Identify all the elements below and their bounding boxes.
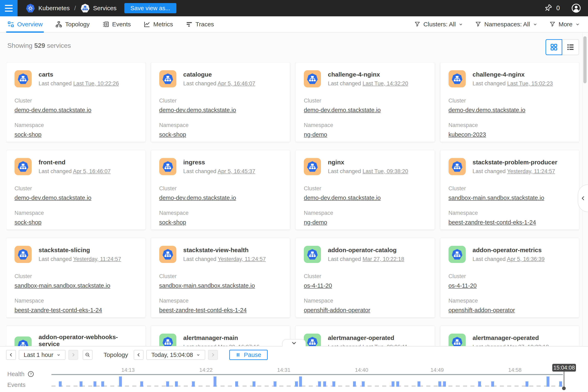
namespace-label: Namespace: [448, 210, 571, 216]
namespace-label: Namespace: [304, 210, 426, 216]
breadcrumb-view[interactable]: Services: [80, 4, 116, 13]
zoom-out-button[interactable]: [83, 350, 92, 360]
last-changed-link[interactable]: Mar 27, 10:22:18: [362, 256, 404, 262]
namespace-link[interactable]: beest-zandre-test-contd-eks-1-24: [159, 307, 247, 314]
last-changed-link[interactable]: Last Tue, 15:02:23: [507, 80, 553, 86]
cluster-label: Cluster: [448, 98, 571, 104]
namespace-link[interactable]: sock-shop: [14, 219, 42, 226]
cluster-link[interactable]: demo-dev.demo.stackstate.io: [159, 107, 236, 114]
last-changed-link[interactable]: Last Tue, 09:06:11: [362, 344, 408, 346]
service-card[interactable]: addon-operator-catalog Last changed Mar …: [296, 238, 435, 318]
scrollbar-thumb[interactable]: [583, 36, 586, 83]
cluster-link[interactable]: sandbox-main.sandbox.stackstate.io: [14, 282, 110, 289]
last-changed-link[interactable]: Apr 5, 16:46:07: [73, 168, 111, 174]
service-card[interactable]: addon-operator-metrics Last changed Apr …: [440, 238, 580, 318]
list-view-button[interactable]: [562, 39, 579, 55]
service-name: alertmanager-operated: [473, 334, 549, 341]
tab-topology[interactable]: Topology: [55, 16, 90, 32]
namespace-link[interactable]: sock-shop: [159, 219, 186, 226]
last-changed-link[interactable]: Apr 5, 16:45:37: [218, 168, 256, 174]
service-card[interactable]: nginx Last changed Last Tue, 09:38:20 Cl…: [296, 150, 435, 230]
namespace-link[interactable]: openshift-addon-operator: [304, 307, 370, 314]
cluster-link[interactable]: demo-dev.demo.stackstate.io: [448, 107, 526, 114]
tab-overview[interactable]: Overview: [7, 16, 43, 32]
range-back-button[interactable]: [6, 350, 16, 360]
time-forward-button[interactable]: [208, 350, 218, 360]
cluster-link[interactable]: os-4-11-20: [304, 282, 332, 289]
service-card[interactable]: stackstate-slicing Last changed Yesterda…: [6, 238, 146, 318]
namespace-link[interactable]: kubecon-2023: [448, 131, 486, 138]
pause-button[interactable]: Pause: [229, 350, 268, 360]
services-grid: carts Last changed Last Tue, 10:22:26 Cl…: [6, 62, 580, 346]
last-changed-link[interactable]: Apr 5, 16:36:39: [507, 256, 545, 262]
cluster-link[interactable]: demo-dev.demo.stackstate.io: [14, 194, 92, 201]
last-changed-link[interactable]: Last Tue, 09:38:20: [362, 168, 408, 174]
health-row-label: Health ?: [7, 370, 34, 378]
clusters-filter[interactable]: Clusters: All: [414, 21, 463, 28]
event-bar: [362, 382, 365, 387]
service-card[interactable]: carts Last changed Last Tue, 10:22:26 Cl…: [6, 62, 146, 142]
service-card[interactable]: catalogue Last changed Apr 5, 16:46:07 C…: [151, 62, 290, 142]
time-tick-label: 14:58: [508, 367, 522, 373]
service-card[interactable]: stackstate-view-health Last changed Yest…: [151, 238, 290, 318]
cluster-link[interactable]: sandbox-main.sandbox.stackstate.io: [448, 194, 544, 201]
last-changed-link[interactable]: Yesterday, 11:24:57: [73, 256, 121, 262]
tab-metrics[interactable]: Metrics: [144, 16, 173, 32]
last-changed-link[interactable]: Yesterday, 11:24:57: [218, 256, 266, 262]
namespace-link[interactable]: ng-demo: [304, 219, 327, 226]
current-time-marker-dot[interactable]: [562, 386, 566, 390]
cluster-link[interactable]: demo-dev.demo.stackstate.io: [304, 194, 381, 201]
cluster-link[interactable]: os-4-11-20: [448, 282, 477, 289]
namespace-link[interactable]: openshift-addon-operator: [448, 307, 515, 314]
more-filter[interactable]: More: [549, 21, 580, 28]
service-card[interactable]: addon-operator-webhooks-service Last cha…: [6, 326, 146, 346]
service-card[interactable]: front-end Last changed Apr 5, 16:46:07 C…: [6, 150, 146, 230]
cluster-label: Cluster: [448, 273, 571, 280]
event-bar: [323, 382, 326, 387]
topology-time-dropdown[interactable]: Today, 15:04:08: [146, 350, 205, 360]
avatar[interactable]: [571, 3, 581, 13]
service-card[interactable]: alertmanager-operated Last changed Last …: [296, 326, 435, 346]
chevron-right-icon: [71, 352, 76, 357]
cluster-link[interactable]: demo-dev.demo.stackstate.io: [304, 107, 381, 114]
service-card[interactable]: challenge-4-nginx Last changed Last Tue,…: [296, 62, 435, 142]
last-changed-link[interactable]: Mar 27, 10:22:18: [507, 344, 549, 346]
save-view-button[interactable]: Save view as...: [124, 3, 176, 13]
last-changed-link[interactable]: Mar 30, 16:07:16: [218, 344, 260, 346]
service-card[interactable]: ingress Last changed Apr 5, 16:45:37 Clu…: [151, 150, 290, 230]
service-card[interactable]: challenge-4-nginx Last changed Last Tue,…: [440, 62, 580, 142]
chevron-left-icon: [8, 352, 14, 357]
last-changed-link[interactable]: Apr 5, 16:46:07: [218, 80, 256, 86]
services-count-summary: Showing 529 services: [7, 42, 71, 50]
tab-events[interactable]: Events: [102, 16, 131, 32]
last-changed-link[interactable]: Last Tue, 14:32:20: [362, 80, 408, 86]
service-name: catalogue: [183, 71, 256, 78]
collapse-timeline-button[interactable]: [282, 339, 306, 346]
namespace-link[interactable]: beest-zandre-test-contd-eks-1-24: [14, 307, 102, 314]
hamburger-menu-button[interactable]: [0, 0, 18, 16]
last-changed-link[interactable]: Yesterday, 11:24:57: [507, 168, 555, 174]
last-changed-link[interactable]: Last Tue, 10:22:26: [73, 80, 119, 86]
tab-traces[interactable]: Traces: [186, 16, 214, 32]
namespace-link[interactable]: ng-demo: [304, 131, 327, 138]
cluster-link[interactable]: demo-dev.demo.stackstate.io: [159, 194, 236, 201]
service-card[interactable]: alertmanager-main Last changed Mar 30, 1…: [151, 326, 290, 346]
namespace-link[interactable]: sock-shop: [159, 131, 186, 138]
namespaces-filter[interactable]: Namespaces: All: [475, 21, 537, 28]
events-row-label: Events: [7, 382, 26, 388]
namespace-link[interactable]: beest-zandre-test-contd-eks-1-24: [448, 219, 536, 226]
scrollbar-track: [582, 33, 588, 392]
range-forward-button[interactable]: [68, 350, 78, 360]
last-changed: Last changed Mar 27, 10:22:18: [328, 256, 404, 262]
help-icon[interactable]: ?: [27, 370, 34, 378]
time-back-button[interactable]: [134, 350, 144, 360]
service-card[interactable]: stackstate-problem-producer Last changed…: [440, 150, 580, 230]
pin-icon[interactable]: [544, 4, 552, 12]
namespace-link[interactable]: sock-shop: [14, 131, 42, 138]
time-range-dropdown[interactable]: Last 1 hour: [19, 350, 66, 360]
grid-view-button[interactable]: [546, 39, 562, 55]
service-card[interactable]: alertmanager-operated Last changed Mar 2…: [440, 326, 580, 346]
cluster-link[interactable]: sandbox-main.sandbox.stackstate.io: [159, 282, 255, 289]
cluster-link[interactable]: demo-dev.demo.stackstate.io: [14, 107, 92, 114]
breadcrumb-app[interactable]: Kubernetes: [26, 4, 70, 13]
